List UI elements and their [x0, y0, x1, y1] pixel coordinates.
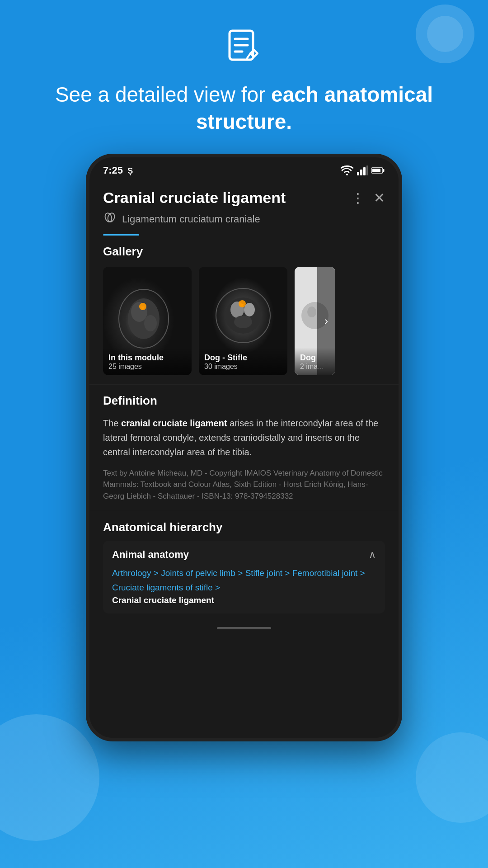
status-time-symbol: Ș: [127, 166, 133, 175]
gallery-overlay-2: Dog - Stifle 30 images: [199, 348, 287, 375]
top-icon: [226, 27, 262, 71]
gallery-title: Gallery: [103, 245, 385, 259]
definition-title: Definition: [103, 394, 385, 408]
svg-rect-11: [372, 169, 380, 172]
bg-circle-bottom-right: [416, 732, 488, 823]
definition-bold: cranial cruciate ligament: [121, 418, 227, 428]
top-section: See a detailed view for each anatomical …: [0, 0, 488, 154]
status-bar: 7:25 Ș: [89, 157, 399, 180]
bg-circle-top-inner: [427, 16, 463, 52]
hierarchy-section: Anatomical hierarchy Animal anatomy ∧ Ar…: [89, 511, 399, 623]
more-options-button[interactable]: ⋮: [351, 190, 365, 206]
structure-latin: Ligamentum cruciatum craniale: [122, 213, 260, 225]
hierarchy-card-title: Animal anatomy: [112, 549, 189, 561]
hierarchy-current: Cranial cruciate ligament: [112, 595, 376, 605]
svg-rect-5: [357, 172, 359, 175]
top-title: See a detailed view for each anatomical …: [0, 81, 488, 136]
gallery-scroll[interactable]: In this module 25 images: [103, 267, 385, 375]
hierarchy-card[interactable]: Animal anatomy ∧ Arthrology > Joints of …: [103, 541, 385, 613]
svg-point-26: [234, 316, 252, 328]
gallery-count-2: 30 images: [204, 363, 282, 371]
gallery-label-1: In this module: [108, 353, 186, 363]
svg-rect-10: [383, 169, 385, 172]
svg-point-31: [307, 307, 316, 317]
svg-rect-7: [363, 167, 366, 175]
gallery-overlay-1: In this module 25 images: [103, 348, 192, 375]
hierarchy-title: Anatomical hierarchy: [103, 520, 385, 534]
definition-text: The cranial cruciate ligament arises in …: [103, 416, 385, 459]
gallery-item-2[interactable]: Dog - Stifle 30 images: [199, 267, 287, 375]
svg-rect-6: [360, 170, 362, 175]
wifi-icon: [341, 165, 353, 175]
svg-line-4: [247, 53, 250, 59]
subtitle-row: Ligamentum cruciatum craniale: [103, 211, 385, 228]
gallery-section: Gallery: [89, 236, 399, 385]
status-time: 7:25 Ș: [103, 165, 133, 176]
definition-section: Definition The cranial cruciate ligament…: [89, 385, 399, 512]
signal-icon: [357, 165, 368, 175]
status-icons: [341, 165, 385, 175]
structure-title: Cranial cruciate ligament: [103, 189, 351, 207]
svg-point-18: [144, 315, 157, 331]
hierarchy-links[interactable]: Arthrology > Joints of pelvic limb > Sti…: [112, 566, 376, 595]
phone-mockup: 7:25 Ș: [86, 154, 402, 741]
header-top: Cranial cruciate ligament ⋮ ✕: [103, 189, 385, 207]
phone-wrapper: 7:25 Ș: [0, 154, 488, 741]
battery-icon: [371, 167, 385, 174]
gallery-next-button[interactable]: ›: [317, 267, 335, 375]
svg-rect-8: [366, 165, 368, 175]
home-bar: [217, 627, 271, 629]
hierarchy-chevron-icon[interactable]: ∧: [369, 549, 376, 561]
gallery-label-2: Dog - Stifle: [204, 353, 282, 363]
gallery-item-3[interactable]: Dog 2 ima... ›: [295, 267, 335, 375]
home-indicator: [89, 623, 399, 632]
close-button[interactable]: ✕: [374, 190, 385, 206]
definition-credit: Text by Antoine Micheau, MD - Copyright …: [103, 467, 385, 502]
gallery-count-1: 25 images: [108, 363, 186, 371]
app-header: Cranial cruciate ligament ⋮ ✕ Ligamentum…: [89, 180, 399, 236]
anatomy-icon: [103, 211, 117, 228]
gallery-item-1[interactable]: In this module 25 images: [103, 267, 192, 375]
header-actions: ⋮ ✕: [351, 190, 385, 206]
svg-point-25: [244, 303, 255, 316]
hierarchy-card-header: Animal anatomy ∧: [112, 549, 376, 561]
